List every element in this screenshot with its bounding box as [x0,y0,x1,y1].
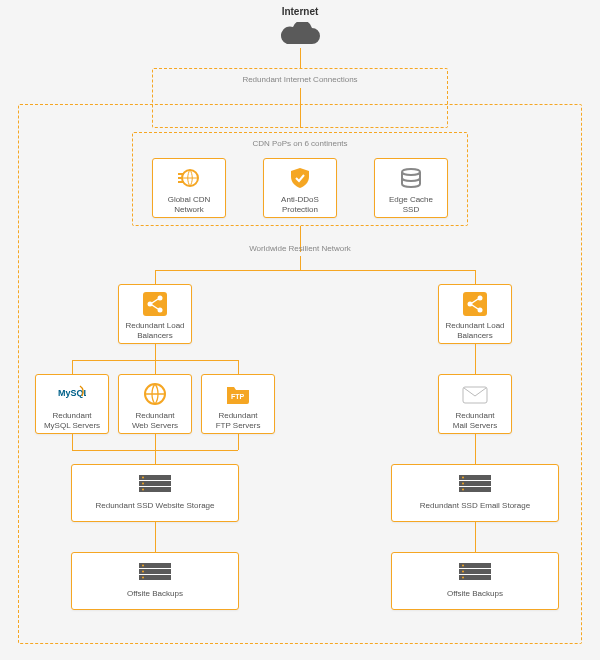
connector [475,522,476,552]
connector [72,360,73,374]
svg-point-35 [462,565,464,567]
mail-icon [462,381,488,407]
globe-icon [143,381,167,407]
svg-point-24 [462,483,464,485]
connector [155,434,156,464]
svg-point-7 [468,302,473,307]
svg-point-1 [402,169,420,175]
svg-point-31 [142,577,144,579]
svg-text:MySQL: MySQL [58,388,86,398]
node-label: Edge CacheSSD [385,195,437,215]
node-label: Redundant LoadBalancers [121,321,188,341]
node-mail: RedundantMail Servers [438,374,512,434]
svg-point-18 [142,483,144,485]
node-label: Redundant SSD Website Storage [91,501,218,511]
share-icon [143,291,167,317]
svg-text:FTP: FTP [231,393,245,400]
svg-point-25 [462,489,464,491]
node-left-backup: Offsite Backups [71,552,239,610]
folder-ftp-icon: FTP [225,381,251,407]
svg-point-17 [142,477,144,479]
connector [475,344,476,374]
server-rack-icon [458,559,492,585]
svg-rect-6 [463,292,487,316]
server-rack-icon [138,559,172,585]
connector [155,360,156,374]
svg-point-9 [478,308,483,313]
connector [155,522,156,552]
node-label: RedundantMail Servers [449,411,501,431]
node-web: RedundantWeb Servers [118,374,192,434]
cloud-icon [278,22,322,48]
node-label: RedundantMySQL Servers [40,411,104,431]
connector [72,434,73,450]
node-label: RedundantWeb Servers [128,411,182,431]
connector [300,48,301,68]
connector [238,434,239,450]
node-anti-ddos: Anti-DDoSProtection [263,158,337,218]
region-cdn-label: CDN PoPs on 6 continents [133,139,467,148]
svg-point-30 [142,571,144,573]
node-right-lb: Redundant LoadBalancers [438,284,512,344]
node-web-storage: Redundant SSD Website Storage [71,464,239,522]
server-rack-icon [458,471,492,497]
node-label: Offsite Backups [443,589,507,599]
svg-point-3 [148,302,153,307]
node-label: Redundant SSD Email Storage [416,501,534,511]
node-email-storage: Redundant SSD Email Storage [391,464,559,522]
connector [475,434,476,464]
svg-rect-2 [143,292,167,316]
node-label: RedundantFTP Servers [212,411,265,431]
region-connections-label: Redundant Internet Connections [153,75,447,84]
svg-point-29 [142,565,144,567]
svg-point-8 [478,296,483,301]
mysql-icon: MySQL [58,381,86,407]
svg-point-37 [462,577,464,579]
connector [475,270,476,284]
globe-speed-icon [177,165,201,191]
svg-point-5 [158,308,163,313]
server-rack-icon [138,471,172,497]
share-icon [463,291,487,317]
diagram-title: Internet [0,6,600,17]
connector [238,360,239,374]
connector [72,450,238,451]
node-ftp: FTP RedundantFTP Servers [201,374,275,434]
node-mysql: MySQL RedundantMySQL Servers [35,374,109,434]
node-label: Global CDNNetwork [164,195,215,215]
svg-point-4 [158,296,163,301]
node-left-lb: Redundant LoadBalancers [118,284,192,344]
connector [155,270,156,284]
node-label: Redundant LoadBalancers [441,321,508,341]
node-label: Anti-DDoSProtection [277,195,323,215]
connector [155,344,156,360]
region-network-label: Worldwide Resilient Network [0,244,600,253]
svg-point-36 [462,571,464,573]
shield-check-icon [288,165,312,191]
svg-point-23 [462,477,464,479]
connector [300,256,301,270]
database-icon [399,165,423,191]
svg-point-19 [142,489,144,491]
node-edge-cache: Edge CacheSSD [374,158,448,218]
node-label: Offsite Backups [123,589,187,599]
node-global-cdn: Global CDNNetwork [152,158,226,218]
node-right-backup: Offsite Backups [391,552,559,610]
connector [155,270,475,271]
